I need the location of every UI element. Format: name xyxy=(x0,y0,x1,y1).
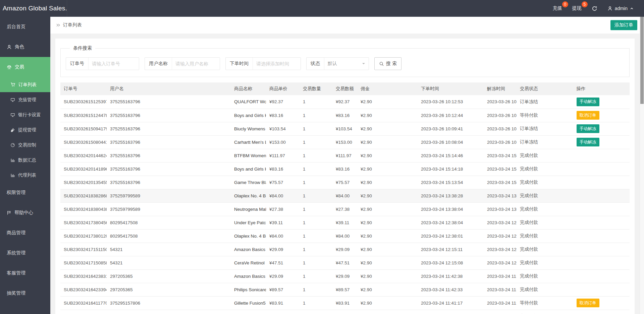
cell-quantity: 1 xyxy=(300,269,332,283)
sidebar-item[interactable]: 交易控制 xyxy=(0,137,50,152)
sidebar-item[interactable]: 权限管理 xyxy=(0,183,50,203)
sidebar-item[interactable]: 充值管理 xyxy=(0,92,50,107)
add-order-button[interactable]: 添加订单 xyxy=(610,20,637,30)
user-icon xyxy=(7,45,12,50)
cell-order-time: 2023-03-24 12:38:04 xyxy=(418,216,484,229)
cell-quantity: 1 xyxy=(300,149,332,162)
sidebar-item-label: 交易 xyxy=(15,64,24,70)
cell-product-name: Carhartt Men's Loose Fit Midweight Logo … xyxy=(231,135,266,149)
cell-commission: ¥2.90 xyxy=(357,122,418,135)
cell-status: 订单冻结 xyxy=(517,122,573,135)
column-header: 下单时间 xyxy=(418,82,484,95)
cell-amount: ¥89.57 xyxy=(332,283,357,296)
row-action-button[interactable]: 手动解冻 xyxy=(577,124,599,133)
table-row: SUB230324164117708 375295157806 Gillette… xyxy=(60,296,630,310)
column-header: 订单号 xyxy=(60,82,107,95)
cell-action: 手动解冻 xyxy=(573,95,630,109)
sidebar-item[interactable]: 角色 xyxy=(0,37,50,57)
sidebar-item[interactable]: 提现管理 xyxy=(0,122,50,137)
cell-product-name: Amazon Basics Cotton Swabs, 500 ct, 1-Pa… xyxy=(231,243,266,256)
cell-amount: ¥92.37 xyxy=(332,95,357,109)
row-action-button[interactable]: 手动解冻 xyxy=(577,98,599,106)
cell-order-time: 2023-03-24 11:41:17 xyxy=(418,296,484,310)
row-action-button[interactable]: 取消订单 xyxy=(577,299,599,307)
cell-product-name: Gillette Fusion5 Power Mens Razor Blade … xyxy=(231,296,266,310)
cell-commission: ¥2.90 xyxy=(357,229,418,243)
order-id-input[interactable] xyxy=(89,58,139,70)
sidebar-item[interactable]: 抽奖管理 xyxy=(0,283,50,303)
cell-status: 完成付款 xyxy=(517,269,573,283)
username-input[interactable] xyxy=(172,58,220,70)
scrollbar[interactable] xyxy=(640,17,644,314)
app-title: Amazon Global Sales... xyxy=(0,0,67,17)
cell-product-name: Olaplex No. 4 Bond Maintenance Shampoo xyxy=(231,229,266,243)
cell-action xyxy=(573,202,630,216)
cell-username: 297205365 xyxy=(107,269,231,283)
order-time-input[interactable] xyxy=(253,58,301,70)
column-header: 交易状态 xyxy=(517,82,573,95)
cell-amount: ¥84.00 xyxy=(332,310,357,314)
scrollbar-thumb[interactable] xyxy=(640,17,644,104)
sidebar-item-label: 后台首页 xyxy=(7,24,25,30)
sidebar-item[interactable]: 后台首页 xyxy=(0,17,50,37)
cell-action: 手动解冻 xyxy=(573,135,630,149)
refresh-button[interactable] xyxy=(587,0,602,17)
username-filter: 用户名称 xyxy=(145,57,220,70)
cell-amount: ¥111.97 xyxy=(332,149,357,162)
sidebar-item[interactable]: 订单列表 xyxy=(0,77,50,92)
cell-quantity: 1 xyxy=(300,95,332,109)
sidebar-item[interactable]: 交易 xyxy=(0,57,50,77)
cell-quantity: 1 xyxy=(300,283,332,296)
sidebar-item-label: 银行卡设置 xyxy=(18,112,41,118)
sidebar-item[interactable]: 商品管理 xyxy=(0,223,50,243)
cell-order-id: SUB230324164238314 xyxy=(60,269,107,283)
cell-order-id: SUB230324201418967 xyxy=(60,162,107,176)
row-action-button[interactable]: 取消订单 xyxy=(577,111,599,120)
table-row: SUB230326150804418 375255163796 Carhartt… xyxy=(60,135,630,149)
cell-commission: ¥2.90 xyxy=(357,109,418,122)
board-icon xyxy=(10,98,15,102)
sidebar-item[interactable]: 数据汇总 xyxy=(0,152,50,168)
cell-order-id: SUB230324164117708 xyxy=(60,296,107,310)
caret-down-icon xyxy=(362,62,365,65)
cell-amount: ¥75.57 xyxy=(332,176,357,189)
cell-action xyxy=(573,189,630,202)
cell-username: 375256471838 xyxy=(107,310,231,314)
sidebar-item[interactable]: 帮助中心 xyxy=(0,203,50,223)
cell-username: 297205365 xyxy=(107,283,231,296)
withdraw-menu[interactable]: 提现 5 xyxy=(567,0,587,17)
row-action-button[interactable]: 手动解冻 xyxy=(577,138,599,146)
cell-amount: ¥27.38 xyxy=(332,202,357,216)
cell-commission: ¥2.90 xyxy=(357,216,418,229)
cell-order-id: SUB230324164233944 xyxy=(60,283,107,296)
status-select[interactable]: 默认 xyxy=(324,58,369,70)
cell-order-id: SUB230324183804382 xyxy=(60,202,107,216)
cell-unit-price: ¥47.51 xyxy=(266,256,300,269)
sidebar-item[interactable]: 银行卡设置 xyxy=(0,107,50,122)
cell-product-name: Amazon Basics Cotton Swabs, 500 ct, 1-Pa… xyxy=(231,269,266,283)
cell-order-time: 2023-03-24 11:42:33 xyxy=(418,283,484,296)
cell-unfreeze-time: 2023-03-26 10:13:44 xyxy=(484,109,517,122)
table-header-row: 订单号 用户名 商品名称 商品单价 交易数量 交易数额 xyxy=(60,82,630,95)
recharge-menu[interactable]: 充值 0 xyxy=(548,0,567,17)
cell-unit-price: ¥29.09 xyxy=(266,269,300,283)
cell-amount: ¥103.54 xyxy=(332,122,357,135)
sidebar-item[interactable]: 系统管理 xyxy=(0,243,50,263)
cell-quantity: 1 xyxy=(300,189,332,202)
content-area: 条件搜索 订单号 用户名称 下单时间 xyxy=(50,34,644,314)
cell-status: 等待付款 xyxy=(517,296,573,310)
cell-order-time: 2023-03-24 12:15:08 xyxy=(418,256,484,269)
cell-status: 完成付款 xyxy=(517,243,573,256)
sidebar-item[interactable]: 客服管理 xyxy=(0,263,50,283)
cell-username: 375255163796 xyxy=(107,162,231,176)
cell-unit-price: ¥89.57 xyxy=(266,283,300,296)
column-header: 交易数额 xyxy=(332,82,357,95)
user-menu[interactable]: admin xyxy=(602,0,639,17)
cell-status: 完成付款 xyxy=(517,189,573,202)
search-button[interactable]: 搜 索 xyxy=(374,57,401,70)
cell-amount: ¥83.16 xyxy=(332,162,357,176)
sidebar-item-label: 系统管理 xyxy=(7,250,25,256)
cell-unit-price: ¥83.91 xyxy=(266,296,300,310)
cell-product-name: BTFBM Women Casual Long Sleeve Sweater xyxy=(231,149,266,162)
sidebar-item[interactable]: 代理列表 xyxy=(0,168,50,183)
